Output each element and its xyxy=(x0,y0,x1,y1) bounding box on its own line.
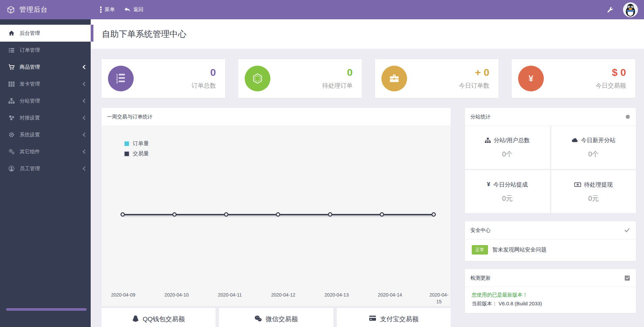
reply-arrow-icon xyxy=(124,7,130,13)
gears-icon xyxy=(8,149,15,155)
stat-label: 今日订单数 xyxy=(459,82,489,90)
substation-cell-label: 分站/用户总数 xyxy=(494,136,530,144)
x-axis-tick: 2020-04-14 xyxy=(375,291,405,298)
update-panel-header: 检测更新 xyxy=(465,269,636,287)
brand-link[interactable]: 管理后台 xyxy=(0,0,91,19)
top-navbar: 管理后台 菜单 返回 xyxy=(0,0,644,19)
stats-row: 1 2 3 0 订单总数 xyxy=(102,59,635,98)
data-point-marker xyxy=(120,212,125,217)
content-header: 自助下单系统管理中心 xyxy=(91,19,644,49)
panel-title: 检测更新 xyxy=(470,275,491,281)
current-version: 当前版本： V6.0.8 (Build 2033) xyxy=(472,301,629,307)
main-content: 自助下单系统管理中心 1 2 3 xyxy=(91,19,644,327)
topbar-right xyxy=(607,2,644,17)
update-panel-body: 您使用的已是最新版本！ 当前版本： V6.0.8 (Build 2033) xyxy=(465,287,636,313)
substation-cell-value: 0个 xyxy=(588,150,599,159)
sidebar-item-label: 对接设置 xyxy=(20,115,40,121)
legend-label: 交易量 xyxy=(133,150,149,157)
stat-card-today-volume: ¥ $ 0 今日交易额 xyxy=(512,59,635,98)
substation-stats-panel: 分站统计 xyxy=(465,108,636,213)
admin-dashboard: 管理后台 菜单 返回 xyxy=(0,0,644,327)
x-axis-labels: 2020-04-09 2020-04-10 2020-04-11 2020-04… xyxy=(108,291,449,305)
payment-label: 支付宝交易额 xyxy=(380,315,419,327)
sidebar-item-components[interactable]: 其它组件 xyxy=(0,143,91,160)
chart-series-line xyxy=(120,211,436,218)
x-axis-tick: 2020-04-10 xyxy=(162,291,192,298)
credit-card-icon xyxy=(369,315,376,327)
money-bill-icon xyxy=(574,182,581,187)
payment-totals-row: QQ钱包交易额 微信交易额 xyxy=(102,308,451,327)
data-point-marker xyxy=(431,212,436,217)
svg-text:3: 3 xyxy=(116,80,118,84)
stat-card-pending-orders: 0 待处理订单 xyxy=(238,59,362,98)
status-badge: 正常 xyxy=(472,245,488,255)
sidebar-item-integrations[interactable]: 对接设置 xyxy=(0,109,91,126)
nodes-icon xyxy=(8,115,15,121)
chevron-left-icon xyxy=(82,166,86,171)
briefcase-icon xyxy=(381,66,407,91)
sidebar-item-products[interactable]: 商品管理 xyxy=(0,59,91,75)
chevron-left-icon xyxy=(82,149,86,154)
sidebar-item-label: 分站管理 xyxy=(20,98,40,104)
legend-item-orders[interactable]: 订单量 xyxy=(125,140,149,147)
substation-cell-label: 今日新开分站 xyxy=(581,136,616,144)
data-point-marker xyxy=(172,212,177,217)
wrench-icon[interactable] xyxy=(607,6,614,13)
checkbox-icon[interactable] xyxy=(625,276,630,281)
qq-wallet-total: QQ钱包交易额 xyxy=(102,308,216,327)
chart-legend: 订单量 交易量 xyxy=(125,140,149,157)
list-ol-icon: 1 2 3 xyxy=(108,66,134,91)
sidebar-item-label: 商品管理 xyxy=(20,64,40,70)
substation-cell-withdrawals: 待处理提现 0元 xyxy=(551,170,636,213)
substation-cell-label: 今日分站提成 xyxy=(493,181,528,189)
security-message: 暂未发现网站安全问题 xyxy=(492,246,547,254)
substation-cell-value: 0个 xyxy=(502,150,513,159)
user-avatar[interactable] xyxy=(623,2,638,17)
security-panel-header: 安全中心 xyxy=(465,221,636,239)
stat-value: $ 0 xyxy=(596,67,626,78)
legend-swatch xyxy=(125,152,129,156)
cloud-icon xyxy=(572,138,578,143)
sidebar-item-staff[interactable]: 员工管理 xyxy=(0,160,91,177)
panel-title: 分站统计 xyxy=(470,114,491,120)
chevron-left-icon xyxy=(82,65,86,69)
menu-toggle-button[interactable]: 菜单 xyxy=(100,0,115,19)
back-button[interactable]: 返回 xyxy=(124,0,143,19)
update-check-panel: 检测更新 您使用的已是最新版本！ 当前版本： V6.0.8 (Build 203… xyxy=(465,269,636,313)
data-point-marker xyxy=(224,212,228,217)
box-logo-icon xyxy=(7,6,15,14)
legend-label: 订单量 xyxy=(133,140,149,147)
sidebar-item-cards[interactable]: 发卡管理 xyxy=(0,75,91,92)
sidebar-item-system-settings[interactable]: 系统设置 xyxy=(0,126,91,143)
substation-cell-users: 分站/用户总数 0个 xyxy=(465,126,550,169)
list-icon xyxy=(8,47,15,53)
qq-icon xyxy=(132,315,139,327)
sidebar-item-label: 订单管理 xyxy=(20,47,40,53)
chart-plot-area: 订单量 交易量 xyxy=(102,126,451,306)
menu-toggle-label: 菜单 xyxy=(105,6,115,13)
security-panel-body: 正常 暂未发现网站安全问题 xyxy=(465,239,636,261)
substation-cell-value: 0元 xyxy=(502,194,513,203)
sidebar-item-dashboard[interactable]: 后台管理 xyxy=(0,25,91,42)
sidebar-item-substations[interactable]: 分站管理 xyxy=(0,92,91,109)
chevron-left-icon xyxy=(82,82,86,86)
chevron-left-icon xyxy=(82,99,86,103)
sidebar-item-orders[interactable]: 订单管理 xyxy=(0,42,91,59)
x-axis-tick: 2020-04-13 xyxy=(322,291,352,298)
chart-header: 一周交易与订单统计 xyxy=(102,108,451,126)
yen-icon: ¥ xyxy=(518,66,544,91)
substation-grid: 分站/用户总数 0个 今日新开分站 xyxy=(465,126,636,213)
sitemap-icon xyxy=(485,137,491,143)
sidebar-item-label: 员工管理 xyxy=(20,166,40,172)
weekly-chart-card: 一周交易与订单统计 订单量 交易量 xyxy=(102,108,451,327)
sidebar-scrollbar[interactable] xyxy=(6,308,87,311)
x-axis-tick: 2020-04-11 xyxy=(215,291,245,298)
stat-label: 今日交易额 xyxy=(596,82,626,90)
wechat-icon xyxy=(254,315,262,327)
home-icon xyxy=(8,30,15,36)
sidebar-item-label: 发卡管理 xyxy=(20,81,40,87)
legend-item-volume[interactable]: 交易量 xyxy=(125,150,149,157)
stat-value: + 0 xyxy=(459,67,489,78)
sidebar-item-label: 系统设置 xyxy=(20,132,40,138)
substation-cell-new-today: 今日新开分站 0个 xyxy=(551,126,636,169)
